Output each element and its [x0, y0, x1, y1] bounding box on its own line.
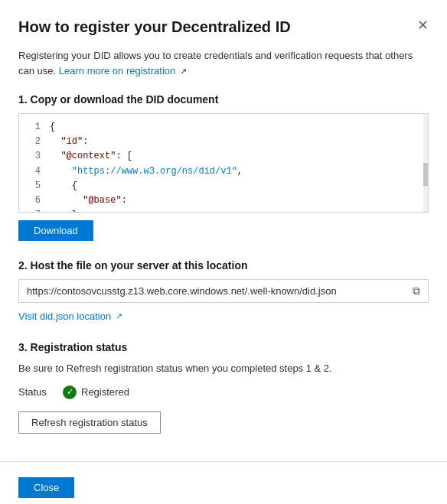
status-note: Be sure to Refresh registration status w…	[18, 361, 429, 376]
scrollbar-thumb	[423, 163, 428, 186]
download-button[interactable]: Download	[18, 220, 93, 241]
code-line-4: 4 "https://www.w3.org/ns/did/v1",	[19, 164, 428, 179]
code-line-5: 5 {	[19, 179, 428, 193]
visit-link-external-icon: ↗	[116, 311, 122, 321]
section2-title: 2. Host the file on your server at this …	[18, 259, 429, 272]
line-number: 7	[19, 208, 50, 213]
code-line-6: 6 "@base":	[19, 193, 428, 208]
close-icon-button[interactable]: ✕	[417, 18, 429, 32]
line-number: 2	[19, 135, 50, 149]
line-content: }	[50, 208, 77, 213]
external-link-icon: ↗	[180, 67, 187, 76]
section-copy-download: 1. Copy or download the DID document 1 {…	[18, 93, 429, 259]
line-number: 1	[19, 120, 50, 135]
section3-title: 3. Registration status	[18, 341, 429, 353]
modal-header: How to register your Decentralized ID ✕	[18, 18, 429, 36]
status-row: Status ✓ Registered	[18, 385, 429, 399]
line-content: "@base":	[50, 193, 127, 208]
refresh-registration-button[interactable]: Refresh registration status	[18, 411, 161, 434]
line-number: 6	[19, 193, 50, 208]
learn-more-link[interactable]: Learn more on registration	[59, 65, 175, 76]
registered-check-icon: ✓	[63, 385, 77, 399]
section1-title: 1. Copy or download the DID document	[18, 93, 429, 106]
line-content: {	[50, 120, 55, 135]
status-value-container: ✓ Registered	[63, 385, 129, 399]
did-document-code: 1 { 2 "id": 3 "@context": [ 4 "https://w…	[18, 113, 429, 213]
visit-link-text: Visit did.json location	[18, 311, 111, 322]
description-text: Registering your DID allows you to creat…	[18, 48, 429, 78]
section-host-file: 2. Host the file on your server at this …	[18, 259, 429, 323]
code-line-3: 3 "@context": [	[19, 149, 428, 164]
copy-icon[interactable]: ⧉	[413, 285, 420, 298]
code-line-2: 2 "id":	[19, 135, 428, 149]
divider	[0, 461, 447, 462]
line-number: 4	[19, 164, 50, 179]
status-label: Status	[18, 386, 57, 398]
code-line-1: 1 {	[19, 120, 428, 135]
line-number: 5	[19, 179, 50, 193]
visit-did-json-link[interactable]: Visit did.json location ↗	[18, 311, 122, 322]
status-registered-text: Registered	[81, 386, 129, 398]
modal-container: How to register your Decentralized ID ✕ …	[0, 0, 447, 504]
line-content: "https://www.w3.org/ns/did/v1",	[50, 164, 243, 179]
close-footer-button[interactable]: Close	[18, 477, 74, 498]
scrollbar[interactable]	[423, 114, 428, 212]
section-registration-status: 3. Registration status Be sure to Refres…	[18, 341, 429, 449]
modal-title: How to register your Decentralized ID	[18, 18, 291, 36]
line-content: "@context": [	[50, 149, 132, 164]
url-field-container: https://contosovcusstg.z13.web.core.wind…	[18, 279, 429, 303]
code-line-7: 7 }	[19, 208, 428, 213]
line-content: "id":	[50, 135, 88, 149]
line-number: 3	[19, 149, 50, 164]
host-url: https://contosovcusstg.z13.web.core.wind…	[27, 285, 406, 297]
line-content: {	[50, 179, 77, 193]
